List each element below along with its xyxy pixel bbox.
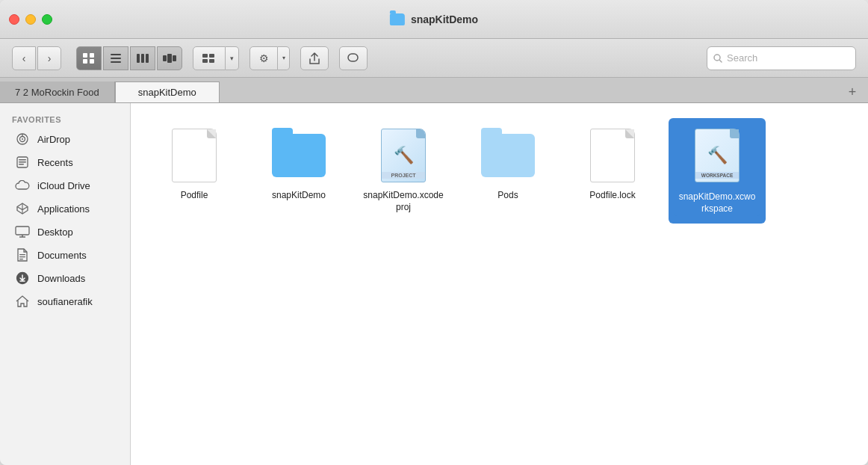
tab-morockin[interactable]: 7 2 MoRockin Food	[0, 81, 115, 102]
file-item-snapkitdemo-folder[interactable]: snapKitDemo	[250, 118, 347, 224]
svg-point-22	[22, 138, 23, 140]
sidebar-item-recents[interactable]: Recents	[3, 151, 127, 173]
file-label-podfile-lock: Podfile.lock	[589, 190, 635, 202]
group-view-button[interactable]	[193, 46, 226, 70]
svg-rect-15	[202, 59, 208, 63]
gear-icon: ⚙	[259, 52, 269, 64]
file-content: Podfile snapKitDemo 🔨 PROJECT snapKitDem…	[131, 103, 868, 465]
titlebar: snapKitDemo	[0, 0, 868, 39]
search-icon	[713, 54, 722, 63]
svg-rect-10	[163, 55, 167, 61]
view-coverflow-button[interactable]	[157, 46, 182, 70]
icloud-icon	[15, 178, 30, 193]
sidebar-item-documents[interactable]: Documents	[3, 244, 127, 266]
svg-rect-31	[19, 254, 25, 255]
svg-rect-11	[167, 54, 172, 63]
svg-rect-25	[19, 159, 26, 161]
action-arrow-button[interactable]: ▾	[278, 46, 290, 70]
sidebar: Favorites AirDrop	[0, 103, 131, 465]
svg-rect-17	[348, 54, 358, 61]
sidebar-label-documents: Documents	[37, 250, 87, 261]
title-folder-icon	[390, 13, 405, 25]
svg-rect-4	[111, 54, 121, 55]
file-item-podfile[interactable]: Podfile	[146, 118, 243, 224]
file-label-podfile: Podfile	[181, 190, 208, 202]
svg-rect-16	[209, 59, 214, 63]
finder-window: snapKitDemo ‹ ›	[0, 0, 868, 465]
back-button[interactable]: ‹	[12, 46, 36, 70]
sidebar-label-applications: Applications	[37, 203, 90, 215]
sidebar-item-desktop[interactable]: Desktop	[3, 221, 127, 243]
documents-icon	[15, 247, 30, 262]
sidebar-item-icloud[interactable]: iCloud Drive	[3, 174, 127, 197]
svg-rect-14	[209, 54, 214, 58]
file-icon-podfile-lock	[583, 126, 642, 185]
svg-rect-1	[90, 53, 94, 58]
file-label-xcodeproj: snapKitDemo.xcodeproj	[361, 190, 446, 213]
desktop-icon	[15, 224, 30, 239]
action-button-group: ⚙ ▾	[249, 46, 290, 70]
group-view-button-group: ▾	[193, 46, 239, 70]
file-item-podfile-lock[interactable]: Podfile.lock	[564, 118, 661, 224]
maximize-button[interactable]	[42, 14, 52, 25]
file-label-pods-folder: Pods	[497, 190, 518, 202]
tab-snapkitdemo[interactable]: snapKitDemo	[115, 81, 220, 102]
search-placeholder: Search	[727, 52, 757, 64]
file-icon-workspace: 🔨 WORKSPACE	[687, 126, 747, 185]
tabs-bar: 7 2 MoRockin Food snapKitDemo +	[0, 78, 868, 103]
svg-rect-9	[146, 54, 149, 63]
svg-rect-32	[19, 256, 25, 257]
recents-icon	[15, 155, 30, 170]
sidebar-label-recents: Recents	[37, 157, 73, 168]
sidebar-item-downloads[interactable]: Downloads	[3, 267, 127, 289]
group-view-arrow[interactable]: ▾	[226, 46, 239, 70]
svg-rect-2	[83, 59, 87, 64]
svg-rect-8	[141, 54, 144, 63]
nav-buttons: ‹ ›	[12, 46, 61, 70]
sidebar-item-applications[interactable]: Applications	[3, 197, 127, 220]
close-button[interactable]	[9, 14, 19, 25]
file-label-snapkitdemo-folder: snapKitDemo	[272, 190, 326, 202]
file-label-workspace: snapKitDemo.xcworkspace	[675, 190, 760, 216]
tab-add-button[interactable]: +	[840, 81, 865, 102]
window-title: snapKitDemo	[411, 13, 478, 25]
svg-rect-33	[19, 259, 23, 259]
tag-button[interactable]	[339, 46, 368, 70]
svg-rect-12	[173, 55, 176, 61]
window-title-area: snapKitDemo	[390, 13, 478, 25]
svg-rect-5	[111, 58, 121, 59]
svg-rect-28	[16, 227, 29, 235]
share-button[interactable]	[300, 46, 329, 70]
file-icon-pods-folder	[478, 126, 538, 185]
sidebar-label-downloads: Downloads	[37, 273, 85, 284]
file-item-workspace[interactable]: 🔨 WORKSPACE snapKitDemo.xcworkspace	[669, 118, 766, 224]
file-icon-xcodeproj: 🔨 PROJECT	[373, 126, 433, 185]
search-box[interactable]: Search	[707, 46, 856, 70]
view-columns-button[interactable]	[130, 46, 155, 70]
view-list-button[interactable]	[103, 46, 128, 70]
svg-line-19	[720, 60, 722, 62]
minimize-button[interactable]	[25, 14, 36, 25]
file-item-pods-folder[interactable]: Pods	[459, 118, 557, 224]
svg-rect-0	[83, 53, 87, 58]
home-icon	[15, 294, 30, 309]
svg-rect-13	[202, 54, 208, 58]
svg-rect-27	[19, 164, 24, 165]
airdrop-icon	[15, 132, 30, 147]
sidebar-item-airdrop[interactable]: AirDrop	[3, 128, 127, 150]
forward-button[interactable]: ›	[37, 46, 61, 70]
traffic-lights	[9, 14, 52, 25]
svg-rect-26	[19, 161, 26, 163]
sidebar-label-desktop: Desktop	[37, 227, 73, 238]
applications-icon	[15, 201, 30, 216]
sidebar-item-home[interactable]: soufianerafik	[3, 290, 127, 312]
svg-rect-3	[90, 59, 94, 64]
view-icon-button[interactable]	[76, 46, 102, 70]
file-icon-podfile	[164, 126, 224, 185]
downloads-icon	[15, 271, 30, 286]
file-item-xcodeproj[interactable]: 🔨 PROJECT snapKitDemo.xcodeproj	[355, 118, 452, 224]
action-button[interactable]: ⚙	[249, 46, 278, 70]
svg-rect-7	[137, 54, 140, 63]
toolbar: ‹ ›	[0, 39, 868, 78]
sidebar-section-label: Favorites	[0, 112, 130, 127]
